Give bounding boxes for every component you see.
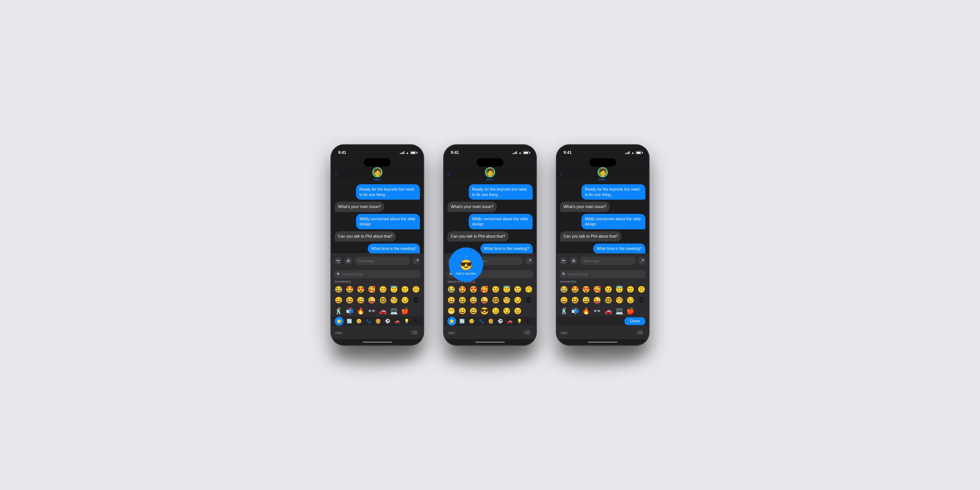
back-button-1[interactable]: ‹ xyxy=(335,171,337,177)
emoji-cell[interactable] xyxy=(411,306,422,316)
emoji-cell[interactable]: 😂 xyxy=(446,284,457,294)
keyboard-abc-2[interactable]: ABC xyxy=(448,331,455,335)
audio-icon-3[interactable]: 🎤 xyxy=(638,257,646,265)
category-food[interactable]: 🍔 xyxy=(487,318,495,325)
emoji-cell[interactable]: 😅 xyxy=(355,295,366,305)
emoji-cell[interactable]: 🗓 xyxy=(411,295,422,305)
category-activity[interactable]: ⚽ xyxy=(384,318,391,325)
emoji-cell[interactable]: 😄 xyxy=(558,295,569,305)
emoji-cell[interactable]: 🗓 xyxy=(523,295,534,305)
audio-icon-1[interactable]: 🎤 xyxy=(412,257,420,265)
emoji-cell[interactable]: 😜 xyxy=(366,295,377,305)
emoji-cell[interactable]: 😍 xyxy=(581,284,592,294)
emoji-cell[interactable]: 🍎 xyxy=(625,306,636,316)
emoji-cell[interactable]: 😀 xyxy=(457,306,468,316)
emoji-cell[interactable]: 🍎 xyxy=(400,306,410,316)
camera-icon-1[interactable]: 📷 xyxy=(334,257,342,265)
emoji-cell[interactable]: 😁 xyxy=(446,306,457,316)
keyboard-delete-1[interactable]: ⌫ xyxy=(409,327,420,338)
category-smileys[interactable]: 😊 xyxy=(355,318,363,325)
favorites-button-1[interactable]: ⭐ xyxy=(335,317,344,326)
category-activity[interactable]: ⚽ xyxy=(496,318,504,325)
emoji-cell[interactable]: 🙃 xyxy=(411,284,422,294)
contact-header-2[interactable]: 🧑 John › xyxy=(485,167,495,181)
emoji-cell[interactable]: 🙂 xyxy=(400,284,410,294)
category-travel[interactable]: 🚗 xyxy=(506,318,514,325)
apps-icon-1[interactable]: 🅐 xyxy=(344,257,352,265)
keyboard-abc-1[interactable]: ABC xyxy=(335,331,343,335)
emoji-cell[interactable]: 🔥 xyxy=(355,306,366,316)
emoji-cell[interactable]: 😍 xyxy=(468,284,479,294)
emoji-search-3[interactable]: 🔍 Search Emoji xyxy=(560,270,646,278)
emoji-cell[interactable]: 🙃 xyxy=(523,284,534,294)
emoji-cell[interactable]: 🙂 xyxy=(512,284,523,294)
emoji-cell[interactable]: 😅 xyxy=(581,295,592,305)
emoji-cell[interactable]: 😃 xyxy=(468,306,479,316)
emoji-cell[interactable]: 😂 xyxy=(558,284,569,294)
category-recent[interactable]: 🔄 xyxy=(346,318,353,325)
emoji-cell[interactable]: 👓 xyxy=(366,306,377,316)
category-recent[interactable]: 🔄 xyxy=(458,318,466,325)
emoji-cell[interactable]: 🥰 xyxy=(479,284,490,294)
emoji-cell[interactable]: 📬 xyxy=(344,306,355,316)
emoji-cell[interactable]: 😎 xyxy=(479,306,490,316)
emoji-cell[interactable]: 😍 xyxy=(355,284,366,294)
emoji-cell[interactable]: 😄 xyxy=(446,295,457,305)
category-objects[interactable]: 💡 xyxy=(516,318,523,325)
emoji-cell[interactable]: 👓 xyxy=(592,306,603,316)
emoji-cell[interactable]: 😏 xyxy=(501,306,512,316)
emoji-cell[interactable]: 😇 xyxy=(388,284,399,294)
emoji-cell[interactable]: 🚗 xyxy=(603,306,614,316)
emoji-cell[interactable]: 💻 xyxy=(388,306,399,316)
emoji-cell[interactable]: 😒 xyxy=(625,295,636,305)
emoji-cell[interactable]: 😊 xyxy=(377,284,388,294)
emoji-cell[interactable]: 🥰 xyxy=(366,284,377,294)
emoji-cell[interactable]: 😂 xyxy=(333,284,344,294)
emoji-cell[interactable]: 🕺 xyxy=(558,306,569,316)
emoji-cell[interactable]: 🧐 xyxy=(388,295,399,305)
emoji-cell[interactable]: 😊 xyxy=(490,284,501,294)
emoji-cell[interactable]: 🤓 xyxy=(603,295,614,305)
emoji-cell[interactable]: 😒 xyxy=(400,295,410,305)
back-button-2[interactable]: ‹ xyxy=(448,171,450,177)
category-flags[interactable]: 🏳 xyxy=(525,318,532,325)
emoji-cell[interactable] xyxy=(636,306,647,316)
emoji-cell[interactable]: 😇 xyxy=(614,284,625,294)
emoji-cell[interactable]: 😊 xyxy=(603,284,614,294)
emoji-cell[interactable]: 🤩 xyxy=(570,284,580,294)
back-button-3[interactable]: ‹ xyxy=(560,171,562,177)
audio-icon-2[interactable]: 🎤 xyxy=(525,257,533,265)
category-flags[interactable]: 🏳 xyxy=(412,318,420,325)
emoji-cell[interactable]: 🧐 xyxy=(614,295,625,305)
emoji-cell[interactable]: 🗓 xyxy=(636,295,647,305)
category-animals[interactable]: 🐾 xyxy=(477,318,485,325)
emoji-cell[interactable]: 😄 xyxy=(333,295,344,305)
emoji-cell[interactable]: 😒 xyxy=(512,295,523,305)
emoji-cell[interactable]: 💻 xyxy=(614,306,625,316)
contact-header-3[interactable]: 🧑 John › xyxy=(598,167,608,181)
contact-header-1[interactable]: 🧑 John › xyxy=(372,167,382,181)
category-smileys[interactable]: 😊 xyxy=(468,318,475,325)
favorites-button-2[interactable]: ⭐ xyxy=(447,317,456,326)
emoji-popup-circle[interactable]: ↓ 😎 Add to favorites xyxy=(449,247,483,282)
emoji-cell[interactable]: 😆 xyxy=(570,295,580,305)
emoji-cell[interactable]: 🔥 xyxy=(581,306,592,316)
emoji-cell[interactable]: 🤓 xyxy=(377,295,388,305)
category-food[interactable]: 🍔 xyxy=(374,318,382,325)
emoji-cell[interactable]: 🙂 xyxy=(625,284,636,294)
emoji-cell[interactable]: 🕺 xyxy=(333,306,344,316)
camera-icon-3[interactable]: 📷 xyxy=(560,257,568,265)
emoji-cell[interactable]: 🤩 xyxy=(344,284,355,294)
apps-icon-3[interactable]: 🅐 xyxy=(570,257,578,265)
emoji-cell[interactable]: 🚗 xyxy=(377,306,388,316)
message-input-1[interactable]: iMessage xyxy=(355,256,410,265)
emoji-cell[interactable]: 😆 xyxy=(344,295,355,305)
emoji-cell[interactable] xyxy=(523,306,534,316)
keyboard-abc-3[interactable]: ABC xyxy=(560,331,568,335)
keyboard-delete-3[interactable]: ⌫ xyxy=(634,327,645,338)
category-animals[interactable]: 🐾 xyxy=(365,318,372,325)
emoji-cell[interactable]: 🥰 xyxy=(592,284,603,294)
emoji-cell[interactable]: 😜 xyxy=(479,295,490,305)
emoji-cell[interactable]: 😜 xyxy=(592,295,603,305)
keyboard-delete-2[interactable]: ⌫ xyxy=(521,327,532,338)
